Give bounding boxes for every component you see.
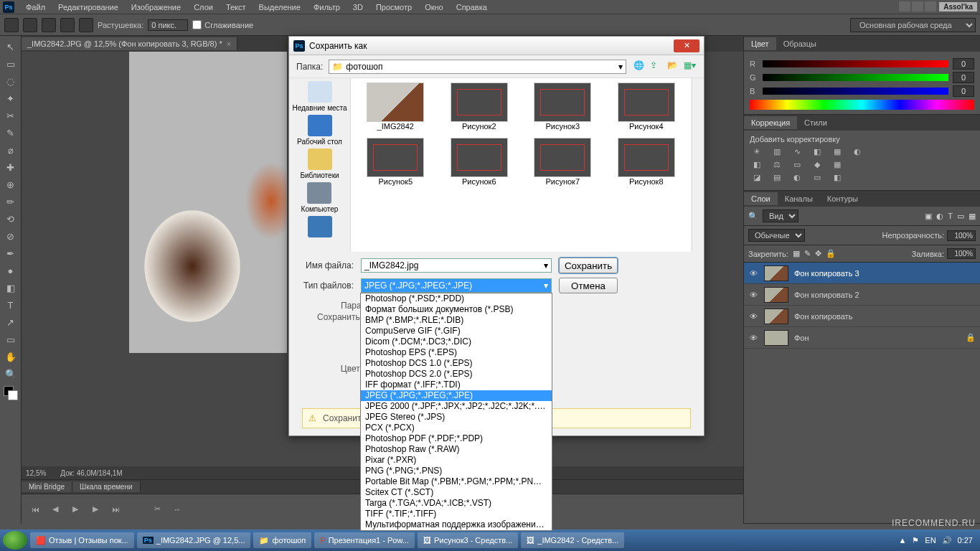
b-value[interactable]: 0 <box>953 85 974 97</box>
brush-tool-icon[interactable]: ✚ <box>2 159 19 175</box>
timeline-prev-icon[interactable]: ◀ <box>49 503 62 516</box>
filetype-option[interactable]: Portable Bit Map (*.PBM;*.PGM;*.PPM;*.PN… <box>361 476 552 487</box>
tool-preset-icon[interactable] <box>4 18 19 32</box>
tab-channels[interactable]: Каналы <box>778 192 820 205</box>
pen-tool-icon[interactable]: ◧ <box>2 280 19 296</box>
timeline-play-icon[interactable]: ▶ <box>69 503 82 516</box>
filetype-combo[interactable]: JPEG (*.JPG;*.JPEG;*.JPE)▾ Photoshop (*.… <box>361 278 552 293</box>
nav-up-icon[interactable]: ⇪ <box>650 60 663 73</box>
dialog-close-button[interactable]: ✕ <box>674 39 699 52</box>
menu-image[interactable]: Изображение <box>126 1 187 13</box>
color-swatches[interactable] <box>4 386 18 400</box>
eye-icon[interactable]: 👁 <box>748 312 758 321</box>
fltr-shape-icon[interactable]: ▭ <box>957 212 964 221</box>
eye-icon[interactable]: 👁 <box>748 269 758 278</box>
taskbar-item[interactable]: 🟥Отзыв | Отзывы пок... <box>30 532 134 548</box>
tab-mini-bridge[interactable]: Mini Bridge <box>22 481 72 492</box>
menu-file[interactable]: Файл <box>20 1 51 13</box>
filetype-option[interactable]: BMP (*.BMP;*.RLE;*.DIB) <box>361 315 552 326</box>
hand-tool-icon[interactable]: ✋ <box>2 349 19 364</box>
eye-icon[interactable]: 👁 <box>748 334 758 342</box>
menu-filter[interactable]: Фильтр <box>308 1 346 13</box>
adj-balance-icon[interactable]: ⚖ <box>770 160 784 169</box>
eyedrop-tool-icon[interactable]: ✎ <box>2 125 19 141</box>
workspace-selector[interactable]: Основная рабочая среда <box>850 18 976 32</box>
adj-bw-icon[interactable]: ◧ <box>750 160 764 169</box>
file-item[interactable]: _IMG2842 <box>357 83 435 131</box>
tray-flag-icon[interactable]: ⚑ <box>912 536 919 545</box>
filetype-option[interactable]: Photoshop DCS 2.0 (*.EPS) <box>361 369 552 380</box>
tray-chevron-icon[interactable]: ▲ <box>898 536 906 545</box>
fltr-adj-icon[interactable]: ◐ <box>936 212 943 221</box>
marquee-new-icon[interactable] <box>23 18 37 32</box>
stamp-tool-icon[interactable]: ⊕ <box>2 176 19 192</box>
file-item[interactable]: Рисунок6 <box>440 138 519 186</box>
filetype-option[interactable]: Targa (*.TGA;*.VDA;*.ICB;*.VST) <box>361 498 552 509</box>
place-network[interactable] <box>308 216 332 239</box>
tab-layers[interactable]: Слои <box>744 192 778 205</box>
filetype-option[interactable]: Photoshop EPS (*.EPS) <box>361 347 552 358</box>
document-tab[interactable]: _IMG2842.JPG @ 12,5% (Фон копировать 3, … <box>22 37 237 50</box>
r-slider[interactable] <box>763 60 948 67</box>
filetype-option[interactable]: Scitex CT (*.SCT) <box>361 487 552 498</box>
eye-icon[interactable]: 👁 <box>748 291 758 299</box>
filetype-option[interactable]: Pixar (*.PXR) <box>361 455 552 466</box>
tab-paths[interactable]: Контуры <box>820 192 865 205</box>
nav-back-icon[interactable]: 🌐 <box>633 60 646 73</box>
marquee-tool-icon[interactable]: ▭ <box>2 56 19 72</box>
tab-color[interactable]: Цвет <box>744 37 776 50</box>
timeline-cut-icon[interactable]: ✂ <box>151 503 164 516</box>
adj-select-icon[interactable]: ◧ <box>830 173 844 182</box>
b-slider[interactable] <box>763 88 948 95</box>
place-desktop[interactable]: Рабочий стол <box>297 115 342 146</box>
hue-strip[interactable] <box>750 100 974 110</box>
gradient-tool-icon[interactable]: ⊘ <box>2 228 19 244</box>
tab-styles[interactable]: Стили <box>797 116 834 129</box>
timeline-last-icon[interactable]: ⏭ <box>109 503 122 516</box>
history-tool-icon[interactable]: ✏ <box>2 194 19 209</box>
blur-tool-icon[interactable]: ✒ <box>2 245 19 261</box>
shape-tool-icon[interactable]: ▭ <box>2 331 19 347</box>
g-slider[interactable] <box>763 74 948 81</box>
filetype-option[interactable]: Photoshop PDF (*.PDF;*.PDP) <box>361 433 552 444</box>
file-item[interactable]: Рисунок2 <box>440 83 519 131</box>
place-libraries[interactable]: Библиотеки <box>300 149 339 179</box>
fltr-type-icon[interactable]: T <box>948 212 953 220</box>
adj-hsl-icon[interactable]: ◐ <box>850 147 864 156</box>
filetype-option[interactable]: PCX (*.PCX) <box>361 423 552 433</box>
move-tool-icon[interactable]: ↖ <box>2 39 19 55</box>
fill-input[interactable] <box>947 248 976 259</box>
filter-search-icon[interactable]: 🔍 <box>748 212 758 221</box>
adj-brightness-icon[interactable]: ☀ <box>750 147 764 156</box>
nav-newfolder-icon[interactable]: 📂 <box>667 60 680 73</box>
file-item[interactable]: Рисунок4 <box>608 83 686 131</box>
canvas[interactable] <box>129 52 287 353</box>
file-list-scrollbar[interactable] <box>692 78 704 252</box>
filetype-option[interactable]: JPEG (*.JPG;*.JPEG;*.JPE) <box>361 390 552 401</box>
layer-row[interactable]: 👁Фон копировать <box>744 306 980 327</box>
filetype-option[interactable]: Мультиформатная поддержка изображений (*… <box>361 519 552 530</box>
menu-window[interactable]: Окно <box>419 1 449 13</box>
timeline-split-icon[interactable]: ↔ <box>171 503 184 516</box>
g-value[interactable]: 0 <box>953 72 974 83</box>
lasso-tool-icon[interactable]: ◌ <box>2 73 19 89</box>
marquee-sub-icon[interactable] <box>60 18 75 32</box>
adj-lookup-icon[interactable]: ▦ <box>830 160 844 169</box>
adj-poster-icon[interactable]: ▤ <box>770 173 784 182</box>
path-tool-icon[interactable]: ↗ <box>2 314 19 330</box>
filetype-option[interactable]: IFF формат (*.IFF;*.TDI) <box>361 380 552 390</box>
menu-type[interactable]: Текст <box>220 1 252 13</box>
tray-volume-icon[interactable]: 🔊 <box>942 536 952 545</box>
adj-threshold-icon[interactable]: ◐ <box>790 173 804 182</box>
lock-paint-icon[interactable]: ✎ <box>804 249 811 258</box>
heal-tool-icon[interactable]: ⌀ <box>2 142 19 158</box>
taskbar-item[interactable]: 🖼Рисунок3 - Средств... <box>418 532 518 548</box>
menu-help[interactable]: Справка <box>451 1 493 13</box>
filetype-option[interactable]: Формат больших документов (*.PSB) <box>361 304 552 315</box>
layer-row[interactable]: 👁Фон копировать 3 <box>744 263 980 284</box>
place-computer[interactable]: Компьютер <box>301 182 339 213</box>
layer-row[interactable]: 👁Фон🔒 <box>744 327 980 349</box>
menu-select[interactable]: Выделение <box>253 1 306 13</box>
tab-adjustments[interactable]: Коррекция <box>744 116 797 129</box>
place-recent[interactable]: Недавние места <box>292 81 347 112</box>
